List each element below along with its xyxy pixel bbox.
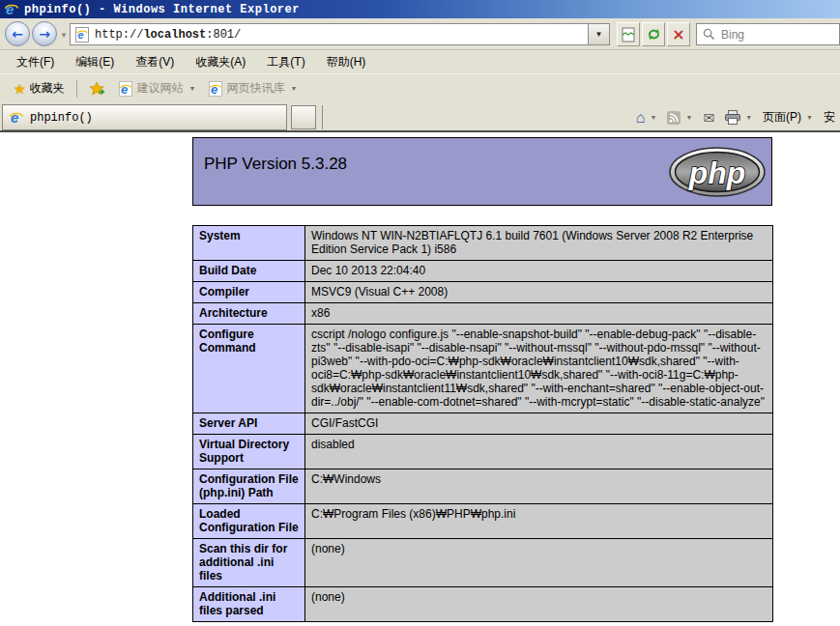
favorites-bar: ★ 收藏夹 e 建议网站 ▼ e 网页快讯库 ▼	[0, 73, 840, 102]
info-label-cell: Additional .ini files parsed	[193, 587, 305, 622]
info-row-loaded-config: Loaded Configuration FileC:₩Program File…	[193, 504, 773, 539]
menu-help[interactable]: 帮助(H)	[316, 51, 377, 73]
info-label-cell: System	[193, 226, 305, 261]
info-value-cell: cscript /nologo configure.js "--enable-s…	[305, 325, 773, 413]
printer-icon	[725, 110, 740, 125]
info-value-cell: C:₩Program Files (x86)₩PHP₩php.ini	[305, 504, 773, 539]
svg-text:php: php	[688, 156, 746, 190]
search-placeholder: Bing	[721, 28, 744, 42]
info-value-cell: (none)	[305, 539, 773, 587]
back-button[interactable]: ←	[5, 21, 30, 46]
chevron-down-icon: ▼	[189, 85, 196, 92]
svg-text:e: e	[6, 2, 14, 17]
title-bar[interactable]: e phpinfo() - Windows Internet Explorer	[0, 0, 840, 18]
php-logo: php	[669, 147, 766, 197]
favorites-separator	[76, 80, 77, 98]
navigation-bar: ← → ▼ e http://localhost:801/ ▼ × Bing	[0, 18, 840, 50]
menu-favorites[interactable]: 收藏夹(A)	[185, 51, 256, 73]
svg-text:e: e	[211, 82, 217, 97]
refresh-button[interactable]	[642, 22, 665, 46]
info-row-config-path: Configuration File (php.ini) PathC:₩Wind…	[193, 470, 773, 504]
info-value-cell: Dec 10 2013 22:04:40	[305, 261, 773, 282]
info-label-cell: Virtual Directory Support	[193, 435, 305, 470]
info-row-server-api: Server APICGI/FastCGI	[193, 413, 773, 435]
new-tab-button[interactable]	[291, 105, 316, 129]
suggested-sites-label: 建议网站	[137, 80, 184, 97]
star-arrow-icon	[89, 81, 106, 97]
info-value-cell: C:₩Windows	[305, 470, 773, 504]
info-label-cell: Configure Command	[193, 325, 305, 413]
info-label-cell: Server API	[193, 413, 305, 435]
ie-logo-icon: e	[9, 110, 24, 126]
chevron-down-icon: ▼	[651, 114, 657, 121]
page-menu-button[interactable]: 页面(P) ▼	[760, 107, 816, 128]
forward-button[interactable]: →	[32, 21, 57, 46]
svg-text:e: e	[121, 82, 128, 97]
ie-logo-icon: e	[4, 2, 19, 17]
favorites-label: 收藏夹	[30, 80, 65, 97]
chevron-down-icon: ▼	[806, 114, 813, 121]
ie-page-icon: e	[208, 81, 223, 97]
web-slices-button[interactable]: e 网页快讯库 ▼	[202, 77, 304, 100]
info-row-virtual-directory: Virtual Directory Supportdisabled	[193, 435, 773, 470]
info-label-cell: Loaded Configuration File	[193, 504, 305, 539]
info-row-configure-command: Configure Commandcscript /nologo configu…	[193, 325, 773, 413]
refresh-icon	[647, 27, 661, 42]
read-mail-button[interactable]: ✉	[700, 109, 717, 127]
address-dropdown-button[interactable]: ▼	[588, 23, 610, 45]
recent-pages-dropdown[interactable]: ▼	[60, 31, 68, 40]
ie-page-icon: e	[118, 81, 133, 97]
add-to-favorites-bar-button[interactable]	[83, 78, 112, 100]
tab-separator	[322, 105, 323, 129]
print-button[interactable]: ▼	[722, 108, 755, 127]
broken-page-icon	[622, 27, 635, 43]
menu-file[interactable]: 文件(F)	[6, 51, 65, 73]
info-label-cell: Scan this dir for additional .ini files	[193, 539, 305, 587]
home-button[interactable]: ⌂ ▼	[633, 108, 660, 128]
info-value-cell: (none)	[305, 587, 773, 622]
back-arrow-icon: ←	[12, 26, 23, 42]
info-label-cell: Configuration File (php.ini) Path	[193, 470, 305, 504]
info-value-cell: CGI/FastCGI	[305, 413, 773, 435]
search-icon[interactable]	[703, 28, 715, 41]
star-icon: ★	[14, 82, 26, 96]
browser-window: e phpinfo() - Windows Internet Explorer …	[0, 0, 840, 626]
svg-text:e: e	[11, 110, 18, 126]
tab-bar: e phpinfo() ⌂ ▼ ▼ ✉	[0, 102, 840, 132]
safety-menu-button[interactable]: 安	[821, 107, 838, 128]
info-value-cell: x86	[305, 303, 773, 325]
tab-phpinfo[interactable]: e phpinfo()	[2, 104, 287, 130]
info-row-build-date: Build DateDec 10 2013 22:04:40	[193, 261, 773, 282]
tab-title: phpinfo()	[30, 111, 93, 125]
info-value-cell: Windows NT WIN-N2BTIAFLQTJ 6.1 build 760…	[305, 226, 773, 261]
menu-view[interactable]: 查看(V)	[125, 51, 185, 73]
address-bar-input[interactable]: e http://localhost:801/	[70, 23, 588, 45]
url-text: http://localhost:801/	[95, 28, 241, 42]
info-value-cell: disabled	[305, 435, 773, 470]
phpinfo-header: PHP Version 5.3.28 php	[192, 137, 772, 206]
compatibility-view-button[interactable]	[617, 22, 640, 46]
page-title: PHP Version 5.3.28	[204, 155, 347, 174]
stop-x-icon: ×	[672, 25, 684, 43]
page-icon: e	[74, 27, 90, 43]
stop-button[interactable]: ×	[667, 22, 690, 46]
info-row-system: SystemWindows NT WIN-N2BTIAFLQTJ 6.1 bui…	[193, 226, 773, 261]
feeds-button[interactable]: ▼	[664, 109, 695, 127]
chevron-down-icon: ▼	[745, 114, 752, 121]
phpinfo-table: SystemWindows NT WIN-N2BTIAFLQTJ 6.1 bui…	[192, 225, 773, 622]
info-row-architecture: Architecturex86	[193, 303, 773, 325]
info-label-cell: Compiler	[193, 282, 305, 303]
info-label-cell: Architecture	[193, 303, 305, 325]
favorites-button[interactable]: ★ 收藏夹	[8, 77, 71, 100]
info-row-additional-ini: Additional .ini files parsed(none)	[193, 587, 773, 622]
menu-edit[interactable]: 编辑(E)	[65, 51, 125, 73]
info-row-scan-dir: Scan this dir for additional .ini files(…	[193, 539, 773, 587]
search-input[interactable]: Bing	[696, 23, 840, 45]
forward-arrow-icon: →	[39, 26, 50, 42]
suggested-sites-button[interactable]: e 建议网站 ▼	[112, 77, 202, 100]
menu-tools[interactable]: 工具(T)	[256, 51, 315, 73]
chevron-down-icon: ▼	[291, 85, 298, 92]
chevron-down-icon: ▼	[685, 114, 692, 121]
info-value-cell: MSVC9 (Visual C++ 2008)	[305, 282, 773, 303]
web-slices-label: 网页快讯库	[227, 80, 285, 97]
